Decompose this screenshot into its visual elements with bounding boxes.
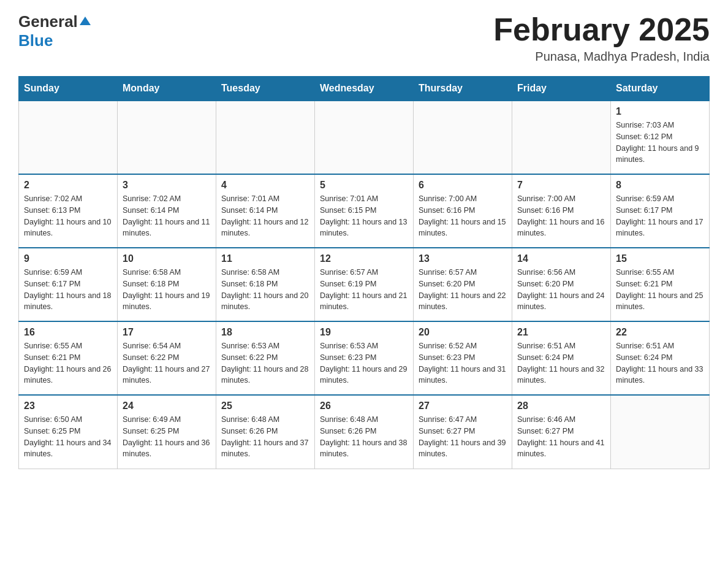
calendar-title: February 2025 (493, 12, 710, 47)
logo-text-blue: Blue (18, 31, 53, 50)
day-number: 21 (517, 327, 605, 338)
day-number: 16 (24, 327, 112, 338)
calendar-cell: 3Sunrise: 7:02 AM Sunset: 6:14 PM Daylig… (118, 174, 216, 248)
day-number: 5 (320, 180, 408, 191)
calendar-cell: 15Sunrise: 6:55 AM Sunset: 6:21 PM Dayli… (611, 248, 710, 321)
day-number: 17 (123, 327, 211, 338)
day-number: 18 (221, 327, 309, 338)
calendar-cell: 12Sunrise: 6:57 AM Sunset: 6:19 PM Dayli… (315, 248, 414, 321)
day-number: 23 (24, 400, 112, 412)
calendar-cell: 18Sunrise: 6:53 AM Sunset: 6:22 PM Dayli… (216, 321, 315, 395)
day-info: Sunrise: 6:46 AM Sunset: 6:27 PM Dayligh… (517, 414, 605, 460)
calendar-cell (414, 101, 512, 174)
calendar-cell: 13Sunrise: 6:57 AM Sunset: 6:20 PM Dayli… (414, 248, 512, 321)
calendar-header-row: SundayMondayTuesdayWednesdayThursdayFrid… (19, 77, 710, 101)
day-info: Sunrise: 7:01 AM Sunset: 6:14 PM Dayligh… (221, 193, 309, 239)
calendar-cell (19, 101, 118, 174)
calendar-cell: 8Sunrise: 6:59 AM Sunset: 6:17 PM Daylig… (611, 174, 710, 248)
day-info: Sunrise: 7:02 AM Sunset: 6:14 PM Dayligh… (123, 193, 211, 239)
day-number: 19 (320, 327, 408, 338)
calendar-cell: 20Sunrise: 6:52 AM Sunset: 6:23 PM Dayli… (414, 321, 512, 395)
day-info: Sunrise: 6:54 AM Sunset: 6:22 PM Dayligh… (123, 340, 211, 386)
day-number: 3 (123, 180, 211, 191)
day-info: Sunrise: 6:59 AM Sunset: 6:17 PM Dayligh… (616, 193, 704, 239)
calendar-cell (216, 101, 315, 174)
calendar-table: SundayMondayTuesdayWednesdayThursdayFrid… (18, 76, 710, 469)
day-info: Sunrise: 6:58 AM Sunset: 6:18 PM Dayligh… (123, 267, 211, 313)
day-info: Sunrise: 6:55 AM Sunset: 6:21 PM Dayligh… (616, 267, 704, 313)
day-info: Sunrise: 6:59 AM Sunset: 6:17 PM Dayligh… (24, 267, 112, 313)
calendar-week-row: 23Sunrise: 6:50 AM Sunset: 6:25 PM Dayli… (19, 395, 710, 469)
day-info: Sunrise: 6:57 AM Sunset: 6:19 PM Dayligh… (320, 267, 408, 313)
calendar-week-row: 16Sunrise: 6:55 AM Sunset: 6:21 PM Dayli… (19, 321, 710, 395)
day-info: Sunrise: 6:49 AM Sunset: 6:25 PM Dayligh… (123, 414, 211, 460)
calendar-cell (118, 101, 216, 174)
day-info: Sunrise: 6:50 AM Sunset: 6:25 PM Dayligh… (24, 414, 112, 460)
calendar-cell: 9Sunrise: 6:59 AM Sunset: 6:17 PM Daylig… (19, 248, 118, 321)
calendar-cell: 17Sunrise: 6:54 AM Sunset: 6:22 PM Dayli… (118, 321, 216, 395)
day-info: Sunrise: 7:01 AM Sunset: 6:15 PM Dayligh… (320, 193, 408, 239)
day-number: 4 (221, 180, 309, 191)
calendar-cell: 14Sunrise: 6:56 AM Sunset: 6:20 PM Dayli… (512, 248, 611, 321)
calendar-cell: 1Sunrise: 7:03 AM Sunset: 6:12 PM Daylig… (611, 101, 710, 174)
day-number: 13 (419, 253, 507, 264)
day-info: Sunrise: 7:00 AM Sunset: 6:16 PM Dayligh… (517, 193, 605, 239)
day-number: 12 (320, 253, 408, 264)
day-number: 8 (616, 180, 704, 191)
day-number: 6 (419, 180, 507, 191)
calendar-cell: 19Sunrise: 6:53 AM Sunset: 6:23 PM Dayli… (315, 321, 414, 395)
day-number: 2 (24, 180, 112, 191)
day-number: 11 (221, 253, 309, 264)
calendar-cell: 22Sunrise: 6:51 AM Sunset: 6:24 PM Dayli… (611, 321, 710, 395)
calendar-cell: 5Sunrise: 7:01 AM Sunset: 6:15 PM Daylig… (315, 174, 414, 248)
day-of-week-header: Thursday (414, 77, 512, 101)
logo: General Blue (18, 12, 92, 50)
calendar-cell: 24Sunrise: 6:49 AM Sunset: 6:25 PM Dayli… (118, 395, 216, 469)
day-info: Sunrise: 7:02 AM Sunset: 6:13 PM Dayligh… (24, 193, 112, 239)
day-number: 14 (517, 253, 605, 264)
day-info: Sunrise: 6:53 AM Sunset: 6:22 PM Dayligh… (221, 340, 309, 386)
day-info: Sunrise: 6:48 AM Sunset: 6:26 PM Dayligh… (320, 414, 408, 460)
calendar-cell: 23Sunrise: 6:50 AM Sunset: 6:25 PM Dayli… (19, 395, 118, 469)
day-of-week-header: Monday (118, 77, 216, 101)
calendar-cell: 28Sunrise: 6:46 AM Sunset: 6:27 PM Dayli… (512, 395, 611, 469)
calendar-cell: 7Sunrise: 7:00 AM Sunset: 6:16 PM Daylig… (512, 174, 611, 248)
day-info: Sunrise: 6:58 AM Sunset: 6:18 PM Dayligh… (221, 267, 309, 313)
day-number: 22 (616, 327, 704, 338)
day-number: 27 (419, 400, 507, 412)
calendar-cell (611, 395, 710, 469)
day-of-week-header: Friday (512, 77, 611, 101)
svg-marker-0 (80, 17, 91, 25)
day-of-week-header: Tuesday (216, 77, 315, 101)
day-info: Sunrise: 6:52 AM Sunset: 6:23 PM Dayligh… (419, 340, 507, 386)
day-info: Sunrise: 6:51 AM Sunset: 6:24 PM Dayligh… (517, 340, 605, 386)
day-number: 15 (616, 253, 704, 264)
day-number: 7 (517, 180, 605, 191)
logo-triangle-icon (78, 15, 92, 29)
day-number: 10 (123, 253, 211, 264)
day-info: Sunrise: 6:51 AM Sunset: 6:24 PM Dayligh… (616, 340, 704, 386)
day-of-week-header: Saturday (611, 77, 710, 101)
calendar-cell: 16Sunrise: 6:55 AM Sunset: 6:21 PM Dayli… (19, 321, 118, 395)
day-number: 1 (616, 106, 704, 117)
day-info: Sunrise: 6:55 AM Sunset: 6:21 PM Dayligh… (24, 340, 112, 386)
day-number: 25 (221, 400, 309, 412)
day-info: Sunrise: 6:48 AM Sunset: 6:26 PM Dayligh… (221, 414, 309, 460)
calendar-week-row: 9Sunrise: 6:59 AM Sunset: 6:17 PM Daylig… (19, 248, 710, 321)
location-text: Punasa, Madhya Pradesh, India (493, 50, 710, 64)
calendar-cell: 4Sunrise: 7:01 AM Sunset: 6:14 PM Daylig… (216, 174, 315, 248)
calendar-cell: 25Sunrise: 6:48 AM Sunset: 6:26 PM Dayli… (216, 395, 315, 469)
calendar-cell: 26Sunrise: 6:48 AM Sunset: 6:26 PM Dayli… (315, 395, 414, 469)
day-number: 26 (320, 400, 408, 412)
day-number: 28 (517, 400, 605, 412)
day-info: Sunrise: 6:56 AM Sunset: 6:20 PM Dayligh… (517, 267, 605, 313)
day-info: Sunrise: 7:00 AM Sunset: 6:16 PM Dayligh… (419, 193, 507, 239)
day-number: 20 (419, 327, 507, 338)
calendar-cell (512, 101, 611, 174)
title-section: February 2025 Punasa, Madhya Pradesh, In… (493, 12, 710, 64)
day-number: 9 (24, 253, 112, 264)
calendar-week-row: 1Sunrise: 7:03 AM Sunset: 6:12 PM Daylig… (19, 101, 710, 174)
day-number: 24 (123, 400, 211, 412)
day-info: Sunrise: 7:03 AM Sunset: 6:12 PM Dayligh… (616, 120, 704, 166)
day-info: Sunrise: 6:57 AM Sunset: 6:20 PM Dayligh… (419, 267, 507, 313)
